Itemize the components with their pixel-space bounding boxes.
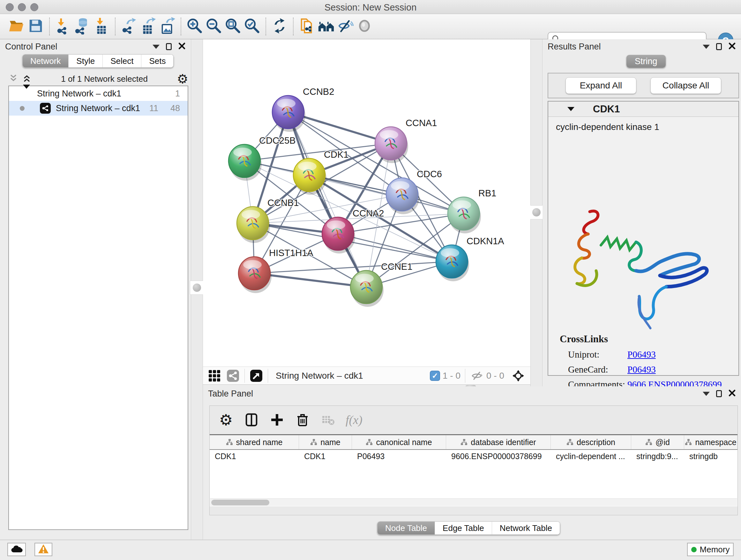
column-header[interactable]: namespace xyxy=(684,435,738,449)
function-builder-button[interactable]: f(x) xyxy=(346,413,362,427)
tab-sets[interactable]: Sets xyxy=(141,55,173,67)
panel-close-icon[interactable] xyxy=(728,42,736,51)
collapse-triangle-icon[interactable] xyxy=(567,107,575,111)
tab-network-table[interactable]: Network Table xyxy=(492,522,560,535)
left-splitter-handle[interactable] xyxy=(190,281,204,295)
network-share-icon[interactable] xyxy=(226,369,240,383)
tab-select[interactable]: Select xyxy=(103,55,141,67)
panel-close-icon[interactable] xyxy=(178,42,186,51)
expand-all-button[interactable]: Expand All xyxy=(565,77,636,94)
svg-text:CDK1: CDK1 xyxy=(324,149,348,160)
selected-checkbox-icon[interactable]: ✓ xyxy=(430,371,440,381)
network-options-gear-icon[interactable]: ⚙ xyxy=(177,72,188,85)
zoom-selected-button[interactable] xyxy=(243,17,262,37)
refresh-icon xyxy=(271,17,288,36)
tab-string[interactable]: String xyxy=(626,55,666,68)
svg-text:CCNE1: CCNE1 xyxy=(381,261,412,272)
new-network-from-selection-button[interactable] xyxy=(297,17,317,37)
tab-style[interactable]: Style xyxy=(69,55,103,67)
tab-node-table[interactable]: Node Table xyxy=(378,522,435,535)
home-view-button[interactable] xyxy=(317,17,336,37)
create-column-icon[interactable] xyxy=(269,412,285,428)
panel-float-icon[interactable] xyxy=(716,43,722,50)
export-table-button[interactable] xyxy=(138,17,158,37)
apply-layout-button[interactable] xyxy=(270,17,289,37)
panel-menu-icon[interactable] xyxy=(152,45,159,49)
cloud-status-button[interactable] xyxy=(7,543,26,556)
column-header[interactable]: canonical name xyxy=(352,435,446,449)
toolbar-separator xyxy=(268,369,268,383)
hide-selected-button[interactable] xyxy=(336,17,355,37)
grid-view-icon[interactable] xyxy=(207,369,221,383)
table-row[interactable]: CDK1CDK1P064939606.ENSP00000378699cyclin… xyxy=(210,450,738,463)
crosslink-link[interactable]: P06493 xyxy=(627,349,656,360)
document-network-icon xyxy=(298,17,316,36)
panel-float-icon[interactable] xyxy=(716,390,722,397)
eye-slash-icon xyxy=(337,17,354,36)
gene-header-row[interactable]: CDK1 xyxy=(548,102,738,117)
hidden-eye-slash-icon[interactable] xyxy=(470,369,484,383)
zoom-selected-icon xyxy=(244,17,261,36)
zoom-in-button[interactable] xyxy=(185,17,204,37)
toolbar-separator xyxy=(115,17,116,36)
panel-close-icon[interactable] xyxy=(728,389,736,398)
right-splitter-handle[interactable] xyxy=(529,205,543,219)
collapse-all-icon[interactable] xyxy=(8,73,18,84)
delete-table-icon[interactable] xyxy=(320,412,336,428)
toolbar-separator xyxy=(245,369,245,383)
panel-float-icon[interactable] xyxy=(166,43,172,50)
import-network-file-button[interactable] xyxy=(54,17,73,37)
delete-column-icon[interactable] xyxy=(294,412,311,428)
panel-menu-icon[interactable] xyxy=(703,392,710,396)
houses-icon xyxy=(318,17,335,36)
scrollbar-thumb[interactable] xyxy=(211,500,269,505)
network-collection-row[interactable]: String Network – cdk1 1 xyxy=(9,86,188,101)
table-cell[interactable]: stringdb xyxy=(684,450,738,463)
zoom-out-button[interactable] xyxy=(204,17,223,37)
table-cell[interactable]: P06493 xyxy=(352,450,446,463)
main-toolbar: ? xyxy=(0,14,741,39)
column-header[interactable]: description xyxy=(551,435,631,449)
column-header[interactable]: @id xyxy=(631,435,684,449)
svg-text:CCNA1: CCNA1 xyxy=(406,118,437,128)
column-header[interactable]: shared name xyxy=(210,435,299,449)
show-all-button[interactable] xyxy=(355,17,374,37)
panel-menu-icon[interactable] xyxy=(703,45,710,49)
warning-status-button[interactable] xyxy=(35,543,52,556)
import-network-database-button[interactable] xyxy=(73,17,92,37)
column-header[interactable]: database identifier xyxy=(446,435,551,449)
collapse-all-button[interactable]: Collapse All xyxy=(650,77,721,94)
table-cell[interactable]: CDK1 xyxy=(299,450,352,463)
toolbar-separator xyxy=(181,17,181,36)
export-network-button[interactable] xyxy=(119,17,138,37)
show-columns-icon[interactable] xyxy=(244,412,259,428)
birds-eye-view-icon[interactable] xyxy=(249,369,263,383)
svg-text:HIST1H1A: HIST1H1A xyxy=(269,248,313,258)
pan-crosshair-icon[interactable] xyxy=(511,369,525,383)
import-table-button[interactable] xyxy=(92,17,111,37)
column-header[interactable]: name xyxy=(299,435,352,449)
table-horizontal-scrollbar[interactable] xyxy=(210,498,737,506)
export-image-button[interactable] xyxy=(158,17,177,37)
results-panel: Results Panel String Expand All Collapse… xyxy=(542,39,741,386)
crosslink-link[interactable]: P06493 xyxy=(627,364,656,375)
memory-button[interactable]: Memory xyxy=(687,543,734,556)
results-actions-box: Expand All Collapse All xyxy=(548,73,739,98)
zoom-fit-button[interactable] xyxy=(223,17,243,37)
table-options-gear-icon[interactable]: ⚙ xyxy=(218,412,234,428)
table-cell[interactable]: 9606.ENSP00000378699 xyxy=(446,450,551,463)
tab-network[interactable]: Network xyxy=(23,55,69,67)
table-cell[interactable]: cyclin-dependent ... xyxy=(551,450,631,463)
network-canvas[interactable]: CCNB2CCNA1CDC25BCDK1CDC6RB1CCNB1CCNA2CDK… xyxy=(203,39,530,367)
table-cell[interactable]: CDK1 xyxy=(210,450,299,463)
hidden-count: 0 - 0 xyxy=(486,371,504,381)
open-session-button[interactable] xyxy=(7,17,26,37)
collapse-triangle-icon[interactable] xyxy=(23,89,30,99)
tab-edge-table[interactable]: Edge Table xyxy=(435,522,492,535)
svg-text:CDC25B: CDC25B xyxy=(259,135,295,145)
expand-all-icon[interactable] xyxy=(22,73,32,84)
save-session-button[interactable] xyxy=(26,17,45,37)
network-row[interactable]: String Network – cdk1 11 48 xyxy=(9,101,188,116)
table-cell[interactable]: stringdb:9... xyxy=(631,450,684,463)
node-table-box: ⚙ f(x) shared namenamecanonical namedata… xyxy=(209,406,738,515)
